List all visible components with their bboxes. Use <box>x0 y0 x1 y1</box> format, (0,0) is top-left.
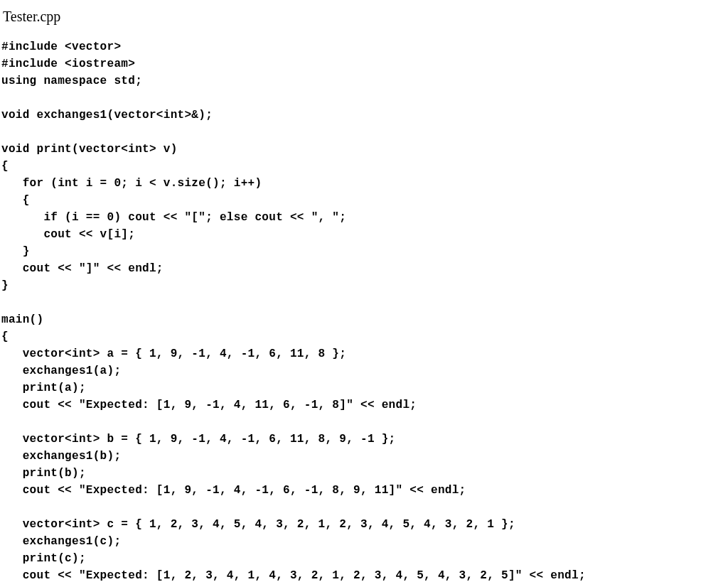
code-content: #include <vector> #include <iostream> us… <box>1 38 728 582</box>
file-title: Tester.cpp <box>1 6 728 27</box>
